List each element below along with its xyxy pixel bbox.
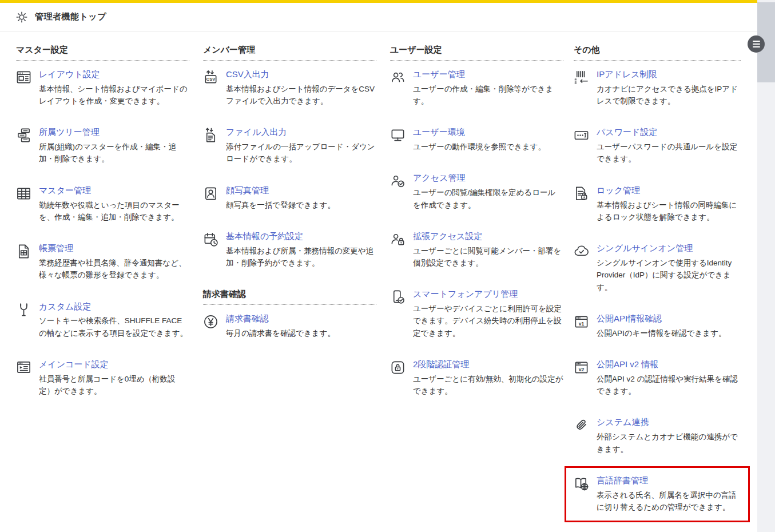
item-desc: カオナビにアクセスできる拠点をIPアドレスで制限できます。 <box>597 83 741 108</box>
password-icon <box>574 128 589 143</box>
report-icon <box>16 244 31 259</box>
scrollbar-track[interactable] <box>757 0 775 532</box>
section-title-master: マスター設定 <box>16 45 189 61</box>
column-user-settings: ユーザー設定 ユーザー管理 ユーザーの作成・編集・削除等ができます。 ユーザー環… <box>390 45 563 417</box>
phone-check-icon <box>390 289 406 305</box>
section-title-user: ユーザー設定 <box>390 45 563 61</box>
item-desc: 社員番号と所属コードを0埋め（桁数設定）ができます。 <box>39 373 189 398</box>
gear-icon <box>15 11 28 23</box>
item-link[interactable]: パスワード設定 <box>597 127 657 138</box>
item-org-tree[interactable]: 所属ツリー管理 所属(組織)のマスターを作成・編集・追加・削除できます。 <box>16 127 189 165</box>
item-user-management[interactable]: ユーザー管理 ユーザーの作成・編集・削除等ができます。 <box>390 69 563 107</box>
book-globe-icon <box>574 476 589 491</box>
item-password-settings[interactable]: パスワード設定 ユーザーパスワードの共通ルールを設定できます。 <box>574 127 741 165</box>
item-desc: ユーザーの作成・編集・削除等ができます。 <box>413 83 563 108</box>
item-desc: 顔写真を一括で登録できます。 <box>226 199 335 211</box>
file-io-icon <box>203 128 218 143</box>
item-desc: 公開APIのキー情報を確認できます。 <box>597 327 726 339</box>
item-link[interactable]: 顔写真管理 <box>226 185 269 196</box>
item-desc: 基本情報および所属・兼務情報の変更や追加・削除予約ができます。 <box>226 245 376 269</box>
item-link[interactable]: メインコード設定 <box>39 359 109 370</box>
api-v1-icon <box>574 314 589 329</box>
item-language-dictionary[interactable]: 言語辞書管理 表示される氏名、所属名を選択中の言語に切り替えるための管理ができま… <box>574 475 741 513</box>
item-link[interactable]: 基本情報の予約設定 <box>226 231 303 242</box>
users-icon <box>390 70 406 85</box>
item-basic-info-reservation[interactable]: 基本情報の予約設定 基本情報および所属・兼務情報の変更や追加・削除予約ができます… <box>203 231 376 269</box>
yen-circle-icon <box>203 314 218 329</box>
csv-io-icon <box>203 70 218 85</box>
page-header: 管理者機能トップ <box>0 3 757 31</box>
item-invoice-check[interactable]: 請求書確認 毎月の請求書を確認できます。 <box>203 313 376 339</box>
item-link[interactable]: IPアドレス制限 <box>597 69 657 80</box>
item-link[interactable]: CSV入出力 <box>226 69 269 80</box>
item-link[interactable]: ロック管理 <box>597 185 640 196</box>
api-v2-icon <box>574 360 589 375</box>
item-desc: 勤続年数や役職といった項目のマスターを、作成・編集・追加・削除できます。 <box>39 199 189 224</box>
item-desc: ユーザーごとに有効/無効、初期化の設定ができます。 <box>413 373 563 398</box>
item-report-management[interactable]: 帳票管理 業務経歴書や社員名簿、辞令通知書など、様々な帳票の雛形を登録できます。 <box>16 243 189 281</box>
item-master-management[interactable]: マスター管理 勤続年数や役職といった項目のマスターを、作成・編集・追加・削除でき… <box>16 185 189 223</box>
item-user-environment[interactable]: ユーザー環境 ユーザーの動作環境を参照できます。 <box>390 127 563 153</box>
item-desc: ユーザーパスワードの共通ルールを設定できます。 <box>597 141 741 165</box>
item-two-factor-auth[interactable]: 2段階認証管理 ユーザーごとに有効/無効、初期化の設定ができます。 <box>390 359 563 397</box>
org-tree-icon <box>16 128 31 143</box>
section-title-member: メンバー管理 <box>203 45 376 61</box>
item-face-photo[interactable]: 顔写真管理 顔写真を一括で登録できます。 <box>203 185 376 211</box>
item-link[interactable]: 2段階認証管理 <box>413 359 469 370</box>
item-ip-restriction[interactable]: IPアドレス制限 カオナビにアクセスできる拠点をIPアドレスで制限できます。 <box>574 69 741 107</box>
item-extended-access[interactable]: 拡張アクセス設定 ユーザーごとに閲覧可能メンバー・部署を個別設定できます。 <box>390 231 563 269</box>
item-desc: 外部システムとカオナビ機能の連携ができます。 <box>597 431 741 455</box>
item-link[interactable]: ユーザー管理 <box>413 69 465 80</box>
main-code-icon <box>16 360 31 375</box>
item-csv-io[interactable]: CSV入出力 基本情報およびシート情報のデータをCSVファイルで入出力できます。 <box>203 69 376 107</box>
item-smartphone-app[interactable]: スマートフォンアプリ管理 ユーザーやデバイスごとに利用許可を設定できます。デバイ… <box>390 289 563 339</box>
item-link[interactable]: ユーザー環境 <box>413 127 465 138</box>
item-link[interactable]: 請求書確認 <box>226 313 269 324</box>
item-lock-management[interactable]: ロック管理 基本情報およびシート情報の同時編集によるロック状態を解除できます。 <box>574 185 741 223</box>
item-link[interactable]: マスター管理 <box>39 185 91 196</box>
floating-menu-button[interactable] <box>748 35 765 53</box>
item-main-code-settings[interactable]: メインコード設定 社員番号と所属コードを0埋め（桁数設定）ができます。 <box>16 359 189 397</box>
column-master-settings: マスター設定 レイアウト設定 基本情報、シート情報およびマイボードのレイアウトを… <box>16 45 189 417</box>
item-link[interactable]: 言語辞書管理 <box>597 475 648 486</box>
doc-lock-icon <box>574 186 589 201</box>
item-link[interactable]: 所属ツリー管理 <box>39 127 100 138</box>
user-check-icon <box>390 173 406 189</box>
item-link[interactable]: 公開API情報確認 <box>597 313 662 324</box>
item-link[interactable]: カスタム設定 <box>39 301 91 312</box>
item-access-management[interactable]: アクセス管理 ユーザーの閲覧/編集権限を定めるロールを作成できます。 <box>390 173 563 211</box>
item-desc: ユーザーやデバイスごとに利用許可を設定できます。デバイス紛失時の利用停止を設定で… <box>413 303 563 339</box>
item-file-io[interactable]: ファイル入出力 添付ファイルの一括アップロード・ダウンロードができます。 <box>203 127 376 165</box>
column-member-management: メンバー管理 CSV入出力 基本情報およびシート情報のデータをCSVファイルで入… <box>203 45 376 359</box>
item-desc: ユーザーごとに閲覧可能メンバー・部署を個別設定できます。 <box>413 245 563 269</box>
item-desc: ユーザーの閲覧/編集権限を定めるロールを作成できます。 <box>413 186 563 211</box>
item-link[interactable]: 帳票管理 <box>39 243 73 254</box>
item-desc: 公開API v2 の認証情報や実行結果を確認できます。 <box>597 373 741 398</box>
item-layout-settings[interactable]: レイアウト設定 基本情報、シート情報およびマイボードのレイアウトを作成・変更でき… <box>16 69 189 107</box>
item-link[interactable]: システム連携 <box>597 417 649 428</box>
item-desc: シングルサインオンで使用するIdentity Provider（IdP）に関する… <box>597 257 741 293</box>
user-lock-icon <box>390 232 406 247</box>
item-link[interactable]: 公開API v2 情報 <box>597 359 658 370</box>
item-link[interactable]: ファイル入出力 <box>226 127 287 138</box>
item-desc: 基本情報およびシート情報のデータをCSVファイルで入出力できます。 <box>226 83 376 108</box>
page-title: 管理者機能トップ <box>35 11 106 22</box>
item-link[interactable]: アクセス管理 <box>413 173 465 184</box>
cloud-check-icon <box>574 244 589 259</box>
item-link[interactable]: スマートフォンアプリ管理 <box>413 289 518 300</box>
column-others: その他 IPアドレス制限 カオナビにアクセスできる拠点をIPアドレスで制限できま… <box>574 45 741 532</box>
item-link[interactable]: レイアウト設定 <box>39 69 100 80</box>
item-public-api-v2[interactable]: 公開API v2 情報 公開API v2 の認証情報や実行結果を確認できます。 <box>574 359 741 397</box>
item-public-api-v1[interactable]: 公開API情報確認 公開APIのキー情報を確認できます。 <box>574 313 741 339</box>
item-link[interactable]: シングルサインオン管理 <box>597 243 693 254</box>
item-desc: 毎月の請求書を確認できます。 <box>226 327 335 339</box>
item-custom-settings[interactable]: カスタム設定 ソートキーや検索条件、SHUFFLE FACEの軸などに表示する項… <box>16 301 189 339</box>
item-desc: 所属(組織)のマスターを作成・編集・追加・削除できます。 <box>39 141 189 165</box>
ip-restriction-icon <box>574 70 589 85</box>
link-icon <box>574 418 589 433</box>
item-system-integration[interactable]: システム連携 外部システムとカオナビ機能の連携ができます。 <box>574 417 741 455</box>
item-single-sign-on[interactable]: シングルサインオン管理 シングルサインオンで使用するIdentity Provi… <box>574 243 741 293</box>
item-desc: 業務経歴書や社員名簿、辞令通知書など、様々な帳票の雛形を登録できます。 <box>39 257 189 281</box>
menu-icon <box>753 41 760 42</box>
item-link[interactable]: 拡張アクセス設定 <box>413 231 482 242</box>
